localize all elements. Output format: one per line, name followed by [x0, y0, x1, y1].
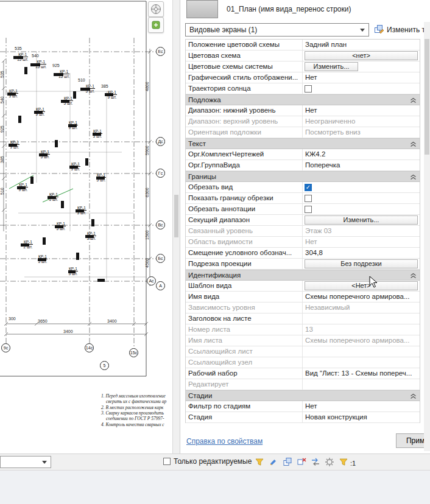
property-label: Рабочий набор: [186, 368, 303, 379]
group-header-label: Идентификация: [186, 271, 241, 279]
group-header[interactable]: Границы: [186, 171, 420, 182]
property-value-cell: Схемы поперечного армирова...: [303, 335, 420, 346]
property-row: Ориентация подложкиПосмотреть вниз: [186, 127, 420, 138]
select-toggle-icon[interactable]: [311, 457, 320, 469]
value-checkbox[interactable]: [305, 85, 312, 93]
property-value[interactable]: КЖ4.2: [303, 149, 325, 159]
property-value[interactable]: Нет: [303, 72, 317, 83]
property-value-cell: Нет: [303, 105, 420, 116]
property-row: Диапазон: нижний уровеньНет: [186, 105, 420, 116]
property-row: Диапазон: верхний уровеньНеограниченно: [186, 116, 420, 127]
property-label: Обрезать аннотации: [186, 204, 303, 214]
property-value-cell: [303, 313, 420, 324]
collapse-chevron-icon[interactable]: [410, 174, 417, 180]
property-value[interactable]: Схемы поперечного армирова...: [303, 292, 410, 302]
property-value-cell: Поперечка: [303, 160, 420, 170]
properties-help-link[interactable]: Справка по свойствам: [186, 437, 263, 446]
drawing-scrollbar[interactable]: [172, 0, 180, 453]
value-button[interactable]: Без подрезки: [305, 259, 418, 268]
property-value[interactable]: Нет: [303, 401, 317, 411]
scrollbar-thumb[interactable]: [174, 195, 178, 237]
property-value: Схемы поперечного армирова...: [303, 335, 410, 346]
property-label: Подрезка проекции: [186, 259, 303, 269]
property-label: Цветовая схема: [186, 51, 303, 61]
value-checkbox[interactable]: [305, 206, 312, 213]
property-value-cell: [303, 193, 420, 203]
type-selector-dropdown[interactable]: Видовые экраны (1): [185, 23, 369, 37]
collapse-chevron-icon[interactable]: [410, 273, 417, 279]
property-value[interactable]: Новая конструкция: [303, 412, 367, 422]
property-label: Ссылающийся лист: [186, 346, 303, 357]
plan-drawing: [0, 0, 172, 449]
editable-only-checkbox[interactable]: [163, 458, 171, 465]
edit-type-icon: [374, 24, 384, 35]
property-value-cell: Изменить...: [303, 215, 420, 225]
property-row: Номер листа13: [186, 324, 420, 335]
status-dropdown[interactable]: [0, 456, 51, 468]
property-value-cell: Нет: [303, 401, 420, 411]
collapse-chevron-icon[interactable]: [410, 97, 417, 103]
property-label: Положение цветовой схемы: [186, 40, 303, 50]
group-header[interactable]: Идентификация: [186, 270, 420, 281]
property-label: Имя листа: [186, 335, 303, 346]
property-row: Шаблон вида<Нет>: [186, 281, 420, 292]
property-row: Связанный уровеньЭтаж 03: [186, 226, 420, 237]
group-header[interactable]: Стадии: [186, 390, 420, 401]
property-value-cell: [303, 357, 420, 368]
group-header-label: Подложка: [186, 96, 221, 103]
value-button[interactable]: <нет>: [305, 51, 418, 60]
properties-scrollbar[interactable]: [424, 22, 430, 451]
property-value-cell: [303, 346, 420, 357]
drawing-canvas[interactable]: ЕсДсГсВсБсАсА9с14с15с5КР-115 шт.КР-115 ш…: [0, 0, 172, 453]
property-label: Номер листа: [186, 324, 303, 335]
property-row: Имя листаСхемы поперечного армирова...: [186, 335, 420, 346]
property-value-cell: Схемы поперечного армирова...: [303, 292, 420, 302]
type-name-label: 01_План (имя вида_перенос строки): [227, 5, 351, 13]
property-label: Диапазон: верхний уровень: [186, 116, 303, 127]
property-value[interactable]: Нет: [303, 105, 317, 116]
property-value[interactable]: Задний план: [303, 40, 347, 50]
property-value[interactable]: Вид "Лист: 13 - Схемы попереч...: [303, 368, 412, 379]
collapse-chevron-icon[interactable]: [410, 141, 417, 147]
editable-only-control[interactable]: Только редактируемые: [161, 457, 252, 466]
value-button[interactable]: <Нет>: [305, 281, 418, 290]
property-row: Положение цветовой схемыЗадний план: [186, 40, 420, 51]
property-value[interactable]: 304,8: [303, 248, 323, 258]
edit-type-button[interactable]: Изменить тип: [374, 24, 430, 35]
filter-icon[interactable]: [339, 457, 348, 469]
navigation-wheel-button[interactable]: [148, 1, 164, 17]
property-label: Орг.КомплектЧертежей: [186, 149, 303, 159]
value-button[interactable]: Изменить...: [305, 215, 418, 225]
group-header[interactable]: Текст: [186, 138, 420, 149]
edit-mode-icon[interactable]: [269, 457, 278, 469]
value-checkbox[interactable]: ✓: [305, 184, 312, 191]
property-row: Имя видаСхемы поперечного армирова...: [186, 292, 420, 303]
value-checkbox[interactable]: [305, 195, 312, 202]
unloaded-links-icon[interactable]: [297, 457, 306, 469]
zoom-region-button[interactable]: [148, 17, 164, 33]
property-row: Траектория солнца: [186, 83, 420, 94]
worksharing-request-icon[interactable]: [255, 457, 264, 469]
scrollbar-thumb[interactable]: [425, 39, 429, 155]
property-value: Нет: [303, 237, 317, 247]
property-label: Показать границу обрезки: [186, 193, 303, 203]
group-header-label: Текст: [186, 140, 206, 147]
property-label: Смещение условного обознач...: [186, 248, 303, 258]
status-bar: Только редактируемые :1: [0, 453, 430, 470]
property-row: Зависимость уровняНезависимый: [186, 303, 420, 313]
property-value-cell: [303, 204, 420, 214]
navigation-wheel-icon: [150, 4, 161, 15]
property-value: 13: [303, 324, 313, 335]
worksets-icon[interactable]: [283, 457, 292, 469]
group-header[interactable]: Подложка: [186, 94, 420, 105]
property-value-cell: Без подрезки: [303, 259, 420, 269]
property-value-cell: ✓: [303, 182, 420, 192]
property-value[interactable]: Поперечка: [303, 160, 340, 170]
property-label: Ссылающийся узел: [186, 357, 303, 368]
value-button[interactable]: Изменить...: [305, 62, 358, 71]
options-gear-icon[interactable]: [325, 457, 334, 469]
taskbar: РУС 11 21.0: [0, 470, 430, 504]
type-preview-thumbnail: [186, 0, 218, 18]
property-label: Имя вида: [186, 292, 303, 302]
collapse-chevron-icon[interactable]: [410, 393, 417, 399]
